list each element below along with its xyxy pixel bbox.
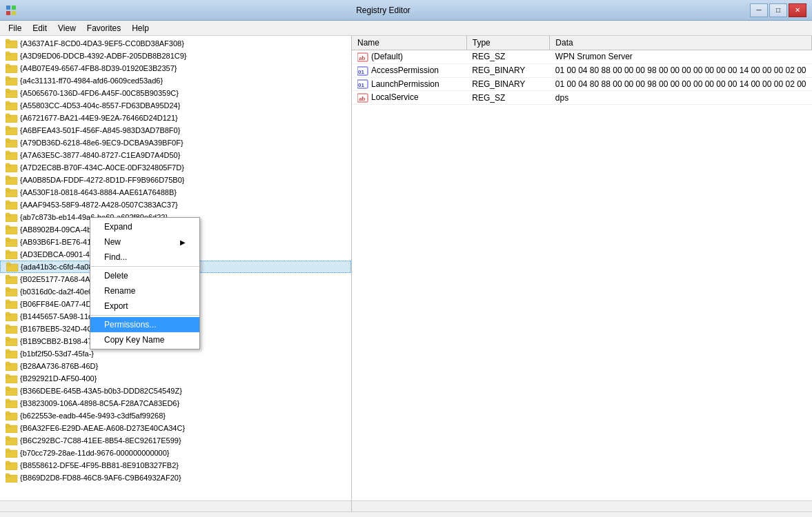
tree-item[interactable]: {A79DB36D-6218-48e6-9EC9-DCBA9A39BF0F} bbox=[0, 136, 351, 149]
svg-rect-57 bbox=[6, 250, 10, 252]
maximize-button[interactable]: □ bbox=[769, 3, 787, 17]
tree-item[interactable]: {B366DEBE-645B-43A5-b0b3-DDD82C54549Z} bbox=[0, 385, 351, 397]
tree-item-label: {A79DB36D-6218-48e6-9EC9-DCBA9A39BF0F} bbox=[20, 139, 184, 147]
tree-item-label: {B167BEB5-324D-4C2} bbox=[20, 325, 99, 333]
tree-item[interactable]: {B8558612-DF5E-4F95-BB81-8E910B327FB2} bbox=[0, 459, 351, 472]
minimize-button[interactable]: ─ bbox=[750, 3, 768, 17]
svg-rect-45 bbox=[6, 201, 10, 203]
reg-type-cell: REG_BINARY bbox=[466, 63, 550, 77]
tree-item[interactable]: {B869D2D8-FD88-46C8-9AF6-C9B64932AF20} bbox=[0, 472, 351, 484]
tree-item[interactable]: {B6C292BC-7C88-41EE-8B54-8EC92617E599} bbox=[0, 434, 351, 447]
folder-icon bbox=[6, 386, 18, 396]
menu-favorites[interactable]: Favorites bbox=[81, 22, 126, 34]
folder-icon bbox=[6, 423, 18, 433]
context-menu-item-expand[interactable]: Expand bbox=[90, 219, 199, 234]
svg-rect-96 bbox=[6, 412, 10, 414]
svg-rect-2 bbox=[6, 11, 10, 15]
menu-edit[interactable]: Edit bbox=[27, 22, 52, 34]
tree-item[interactable]: {b70cc729-28ae-11dd-9676-000000000000} bbox=[0, 447, 351, 459]
tree-item[interactable]: {A7D2EC8B-B70F-434C-A0CE-0DF324805F7D} bbox=[0, 161, 351, 174]
context-menu-item-copy-key-name[interactable]: Copy Key Name bbox=[90, 332, 199, 347]
tree-item[interactable]: {AAAF9453-58F9-4872-A428-0507C383AC37} bbox=[0, 199, 351, 211]
svg-rect-3 bbox=[12, 11, 16, 15]
context-menu-label: Export bbox=[104, 301, 128, 311]
context-menu-separator bbox=[90, 266, 199, 267]
tree-item-label: {b1bf2f50-53d7-45fa-} bbox=[20, 349, 94, 358]
context-menu-label: Rename bbox=[104, 286, 135, 296]
close-button[interactable]: ✕ bbox=[789, 3, 806, 17]
tree-item[interactable]: {A6721677-BA21-44E9-9E2A-76466D24D121} bbox=[0, 112, 351, 124]
tree-item[interactable]: {A7A63E5C-3877-4840-8727-C1EA9D7A4D50} bbox=[0, 149, 351, 161]
tree-item-label: {A5065670-136D-4FD6-A45F-00C85B90359C} bbox=[20, 89, 179, 97]
reg-data-cell: 01 00 04 80 88 00 00 00 98 00 00 00 00 0… bbox=[550, 63, 812, 77]
tree-item[interactable]: {B28AA736-876B-46D} bbox=[0, 360, 351, 372]
table-row[interactable]: 01 LaunchPermissionREG_BINARY01 00 04 80… bbox=[352, 77, 812, 91]
status-bar: Computer\HKEY_CLASSES_ROOT\AppID\{ada41b… bbox=[0, 511, 812, 517]
tree-item[interactable]: {A3637A1F-8CD0-4DA3-9EF5-CC0BD38AF308} bbox=[0, 37, 351, 50]
menu-help[interactable]: Help bbox=[126, 22, 155, 34]
tree-item[interactable]: {B6A32FE6-E29D-AEAE-A608-D273E40CA34C} bbox=[0, 422, 351, 434]
menu-file[interactable]: File bbox=[3, 22, 27, 34]
svg-rect-84 bbox=[6, 362, 10, 364]
svg-rect-48 bbox=[6, 213, 10, 215]
tree-item[interactable]: {A6BFEA43-501F-456F-A845-983D3AD7B8F0} bbox=[0, 124, 351, 136]
context-menu-item-delete[interactable]: Delete bbox=[90, 268, 199, 283]
context-menu-label: New bbox=[104, 237, 121, 247]
folder-icon bbox=[6, 63, 18, 73]
folder-icon bbox=[6, 262, 19, 272]
tree-item-label: {A4B07E49-6567-4FB8-8D39-01920E3B2357} bbox=[20, 64, 177, 72]
context-menu-item-new[interactable]: New▶ bbox=[90, 234, 199, 250]
col-type[interactable]: Type bbox=[466, 36, 550, 50]
title-bar-left bbox=[6, 5, 17, 16]
tree-item-label: {A6721677-BA21-44E9-9E2A-76466D24D121} bbox=[20, 114, 178, 122]
col-data[interactable]: Data bbox=[550, 36, 812, 50]
h-scroll-right[interactable] bbox=[352, 501, 812, 511]
tree-item[interactable]: {a4c31131-ff70-4984-afd6-0609ced53ad6} bbox=[0, 74, 351, 87]
col-name[interactable]: Name bbox=[352, 36, 466, 50]
h-scroll-area[interactable] bbox=[0, 500, 812, 511]
context-menu-item-permissions---[interactable]: Permissions... bbox=[90, 317, 199, 332]
reg-name-cell: ab (Default) bbox=[352, 50, 466, 64]
tree-item[interactable]: {A3D9ED06-DDCB-4392-ADBF-205DB8B281C9} bbox=[0, 50, 351, 62]
folder-icon bbox=[6, 299, 18, 309]
svg-rect-30 bbox=[6, 139, 10, 141]
svg-rect-27 bbox=[6, 126, 10, 128]
tree-item[interactable]: {A5065670-136D-4FD6-A45F-00C85B90359C} bbox=[0, 87, 351, 99]
context-menu-label: Permissions... bbox=[104, 320, 156, 330]
tree-item-label: {B6C292BC-7C88-41EE-8B54-8EC92617E599} bbox=[20, 436, 181, 445]
tree-item-label: {A7A63E5C-3877-4840-8727-C1EA9D7A4D50} bbox=[20, 151, 180, 159]
context-menu-item-rename[interactable]: Rename bbox=[90, 283, 199, 298]
folder-icon bbox=[6, 138, 18, 148]
menu-view[interactable]: View bbox=[52, 22, 81, 34]
tree-item[interactable]: {B292921D-AF50-400} bbox=[0, 372, 351, 385]
svg-rect-18 bbox=[6, 89, 10, 91]
tree-item[interactable]: {AA530F18-0818-4643-8884-AAE61A76488B} bbox=[0, 186, 351, 199]
context-menu-item-export[interactable]: Export bbox=[90, 298, 199, 314]
svg-rect-12 bbox=[6, 64, 10, 66]
tree-item-label: {A55803CC-4D53-404c-8557-FD63DBA95D24} bbox=[20, 101, 180, 110]
tree-item-label: {B6A32FE6-E29D-AEAE-A608-D273E40CA34C} bbox=[20, 424, 185, 432]
panel-divider[interactable] bbox=[348, 36, 351, 500]
svg-rect-63 bbox=[6, 275, 10, 277]
tree-item[interactable]: {A4B07E49-6567-4FB8-8D39-01920E3B2357} bbox=[0, 62, 351, 74]
tree-item-label: {b622553e-eadb-445e-9493-c3df5af99268} bbox=[20, 412, 166, 420]
table-row[interactable]: ab (Default)REG_SZWPN Srumon Server bbox=[352, 50, 812, 64]
tree-item[interactable]: {B3823009-106A-4898-8C5A-F28A7CA83ED6} bbox=[0, 397, 351, 409]
table-row[interactable]: ab LocalServiceREG_SZdps bbox=[352, 91, 812, 105]
folder-icon bbox=[6, 398, 18, 408]
h-scroll-left[interactable] bbox=[0, 501, 352, 511]
folder-icon bbox=[6, 287, 18, 296]
tree-item-label: {b0316d0c-da2f-40e0} bbox=[20, 287, 95, 296]
tree-item[interactable]: {AA0B85DA-FDDF-4272-8D1D-FF9B966D75B0} bbox=[0, 174, 351, 186]
folder-icon bbox=[6, 200, 18, 210]
folder-icon bbox=[6, 187, 18, 197]
tree-item[interactable]: {b622553e-eadb-445e-9493-c3df5af99268} bbox=[0, 409, 351, 422]
app-icon bbox=[6, 5, 17, 16]
context-menu-item-find---[interactable]: Find... bbox=[90, 250, 199, 265]
table-row[interactable]: 01 AccessPermissionREG_BINARY01 00 04 80… bbox=[352, 63, 812, 77]
tree-item[interactable]: {A55803CC-4D53-404c-8557-FD63DBA95D24} bbox=[0, 99, 351, 112]
tree-item-label: {B8558612-DF5E-4F95-BB81-8E910B327FB2} bbox=[20, 461, 179, 469]
folder-icon bbox=[6, 374, 18, 383]
tree-item-label: {B3823009-106A-4898-8C5A-F28A7CA83ED6} bbox=[20, 399, 179, 407]
folder-icon bbox=[6, 113, 18, 123]
